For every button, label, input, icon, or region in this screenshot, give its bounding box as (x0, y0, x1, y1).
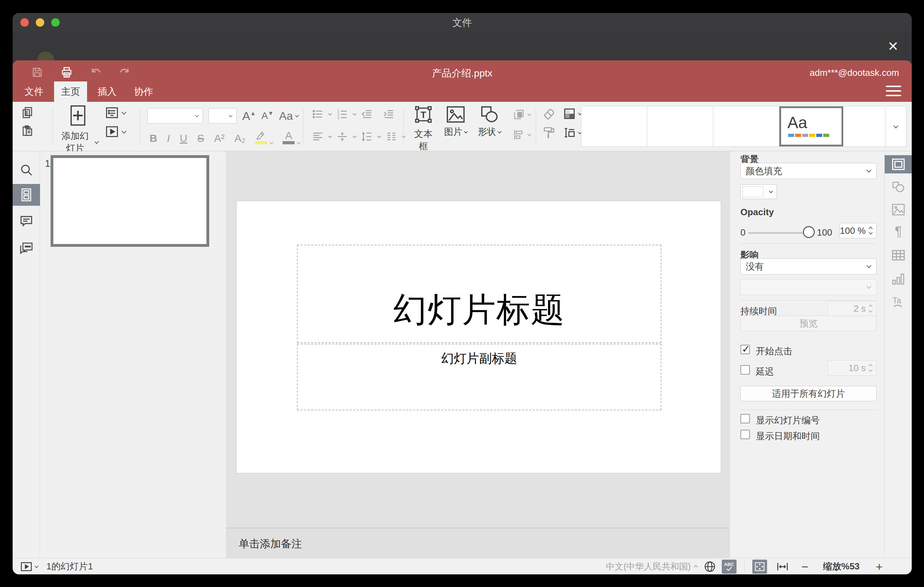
change-case-button[interactable]: Aa (279, 110, 299, 122)
slide-settings-icon[interactable] (885, 155, 912, 173)
subscript-button[interactable]: A₂ (234, 132, 246, 144)
slide-index-label: 1 (45, 158, 50, 169)
opacity-value-input[interactable]: 100 % (840, 223, 876, 238)
strikeout-button[interactable]: S (197, 132, 204, 144)
clear-style-icon[interactable] (542, 107, 555, 120)
opacity-slider-handle[interactable] (803, 226, 815, 238)
underline-button[interactable]: U (180, 132, 188, 144)
effect-select[interactable]: 没有 (741, 258, 876, 275)
delay-row: 延迟 10 s (730, 360, 884, 381)
font-size-combo[interactable] (208, 108, 237, 124)
insert-shape-button[interactable]: 形状 (475, 106, 504, 138)
decrease-font-size-button[interactable]: A▼ (262, 110, 274, 122)
tab-insert[interactable]: 插入 (91, 81, 124, 102)
superscript-button[interactable]: A² (214, 132, 225, 144)
language-label[interactable]: 中文(中华人民共和国) (606, 561, 691, 572)
vertical-align-icon[interactable] (336, 130, 348, 143)
left-icon-rail (13, 151, 40, 558)
background-fill-select[interactable]: 颜色填充 (741, 163, 876, 179)
notes-area[interactable]: 单击添加备注 (226, 528, 729, 558)
theme-thumbnail[interactable] (647, 106, 713, 147)
slide-editor[interactable]: 幻灯片标题 幻灯片副标题 (236, 201, 721, 473)
textart-settings-icon[interactable]: Ta (885, 293, 912, 312)
font-name-combo[interactable] (147, 108, 203, 124)
opacity-slider-track[interactable] (748, 232, 808, 234)
slide-info-label: 1的幻灯片1 (46, 560, 93, 572)
document-language-icon[interactable] (703, 560, 716, 573)
theme-gallery-expand-icon[interactable] (885, 106, 906, 147)
color-scheme-button[interactable] (563, 107, 581, 120)
preview-button[interactable]: 预览 (741, 316, 876, 331)
opacity-max-label: 100 (817, 227, 832, 238)
align-shape-button[interactable] (513, 129, 531, 141)
font-color-button[interactable]: A (282, 130, 300, 144)
tab-file[interactable]: 文件 (18, 81, 51, 102)
highlight-color-button[interactable] (255, 130, 273, 144)
insert-textbox-button[interactable]: T 文本框 (410, 106, 437, 152)
language-caret-icon[interactable] (695, 564, 697, 570)
background-color-picker[interactable] (741, 184, 777, 199)
delay-input[interactable]: 10 s (827, 360, 876, 376)
chat-icon[interactable] (13, 237, 40, 259)
add-slide-icon[interactable] (58, 105, 98, 126)
numbered-list-icon[interactable]: 123 (336, 108, 348, 120)
window-title: 文件 (13, 13, 912, 32)
delay-checkbox[interactable] (741, 365, 750, 374)
delay-label: 延迟 (756, 366, 774, 378)
spellcheck-toggle[interactable]: ABC (722, 560, 736, 574)
theme-thumbnail[interactable] (713, 106, 779, 147)
show-slide-number-checkbox[interactable] (741, 414, 750, 424)
start-on-click-checkbox[interactable] (741, 345, 750, 354)
start-slideshow-status-button[interactable] (20, 561, 38, 572)
table-settings-icon[interactable] (885, 246, 912, 264)
duration-input[interactable]: 2 s (827, 301, 876, 316)
account-email[interactable]: adm***@dootask.com (810, 68, 899, 78)
show-date-time-label: 显示日期和时间 (756, 430, 820, 442)
slide-thumbnail-selected[interactable] (51, 155, 209, 247)
search-icon[interactable] (13, 159, 40, 181)
theme-thumbnail-selected[interactable]: Aa (779, 106, 843, 147)
subtitle-placeholder[interactable]: 幻灯片副标题 (297, 344, 662, 411)
increase-font-size-button[interactable]: A▲ (242, 109, 256, 123)
svg-text:Ta: Ta (893, 296, 901, 305)
zoom-in-button[interactable]: + (876, 560, 883, 574)
fit-to-width-icon[interactable] (776, 561, 789, 572)
increase-indent-icon[interactable] (383, 108, 394, 120)
shape-settings-icon[interactable] (885, 178, 912, 196)
slides-panel-icon[interactable] (13, 184, 40, 206)
zoom-out-button[interactable]: − (802, 560, 808, 574)
copy-icon[interactable] (21, 106, 34, 119)
add-slide-button[interactable]: 添加幻灯片 (58, 130, 98, 155)
paragraph-settings-icon[interactable]: ¶ (885, 222, 912, 241)
tab-collaboration[interactable]: 协作 (127, 81, 160, 102)
comments-icon[interactable] (13, 210, 40, 232)
horizontal-align-icon[interactable] (312, 130, 324, 143)
close-icon[interactable]: ✕ (884, 38, 902, 55)
title-placeholder[interactable]: 幻灯片标题 (297, 245, 662, 343)
change-layout-button[interactable] (105, 107, 126, 119)
chart-settings-icon[interactable] (885, 270, 912, 288)
show-date-time-checkbox[interactable] (741, 430, 750, 439)
insert-image-button[interactable]: 图片 (442, 106, 470, 138)
fit-to-slide-toggle[interactable] (752, 560, 767, 574)
start-slideshow-button[interactable] (105, 126, 126, 138)
effect-type-select[interactable] (741, 279, 876, 295)
right-icon-rail: ¶ Ta (884, 151, 912, 558)
bold-button[interactable]: B (150, 132, 157, 144)
hamburger-menu-icon[interactable] (886, 86, 901, 96)
theme-thumbnail[interactable] (843, 106, 885, 147)
arrange-shape-button[interactable] (513, 108, 531, 121)
image-settings-icon[interactable] (885, 201, 912, 219)
apply-to-all-slides-button[interactable]: 适用于所有幻灯片 (741, 386, 876, 401)
slide-size-button[interactable] (563, 126, 581, 139)
italic-button[interactable]: I (167, 132, 170, 144)
toolbar: 添加幻灯片 A▲ A▼ Aa (13, 102, 912, 151)
tab-home[interactable]: 主页 (54, 81, 87, 102)
copy-style-icon[interactable] (542, 126, 555, 139)
decrease-indent-icon[interactable] (361, 108, 373, 120)
line-spacing-icon[interactable] (361, 130, 373, 143)
theme-thumbnail[interactable] (581, 106, 647, 147)
columns-icon[interactable] (386, 130, 398, 143)
bullet-list-icon[interactable] (312, 108, 324, 120)
paste-icon[interactable] (21, 124, 34, 137)
